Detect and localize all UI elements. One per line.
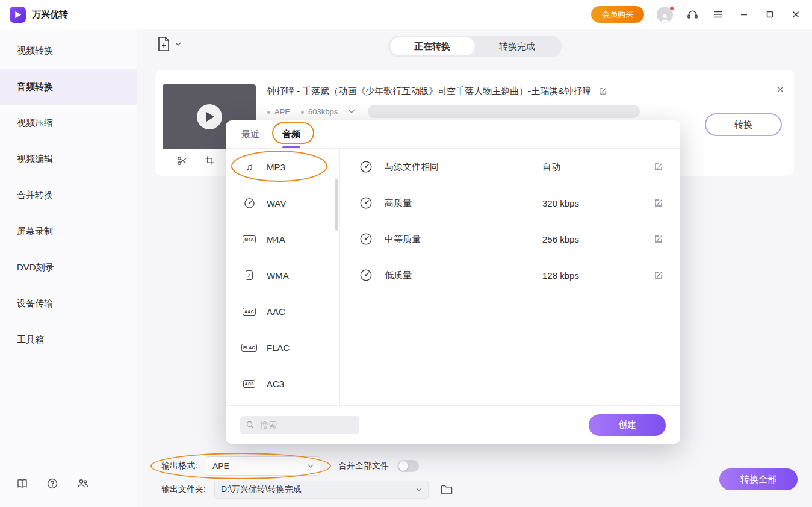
chevron-down-icon: [175, 42, 181, 46]
trim-scissors-icon[interactable]: [177, 155, 188, 166]
output-format-label: 输出格式:: [161, 461, 197, 471]
sidebar-item-audio-convert[interactable]: 音频转换: [0, 69, 137, 105]
format-item-mp3[interactable]: ♫ MP3: [226, 149, 339, 185]
format-chevron-icon[interactable]: [349, 110, 355, 113]
quality-settings-bar[interactable]: [368, 105, 640, 118]
tab-recent[interactable]: 最近: [241, 120, 259, 148]
ac3-icon: AC3: [241, 377, 257, 390]
output-format-row: 输出格式: APE 合并全部文件: [161, 456, 419, 476]
create-preset-button[interactable]: 创建: [589, 414, 666, 436]
sidebar-item-video-convert[interactable]: 视频转换: [0, 33, 137, 69]
help-icon[interactable]: [46, 477, 59, 490]
wav-icon: [241, 196, 257, 210]
format-dialog-footer: 创建: [226, 405, 680, 444]
main-header: 正在转换 转换完成: [137, 29, 812, 64]
chevron-down-icon: [416, 488, 422, 491]
task-tools: [177, 155, 215, 166]
preset-value: 320 kbps: [542, 198, 654, 208]
minimize-icon[interactable]: [737, 8, 751, 21]
preset-value: 256 kbps: [542, 234, 654, 244]
format-item-flac[interactable]: FLAC FLAC: [226, 329, 339, 365]
support-headset-icon[interactable]: [686, 8, 699, 21]
format-label: MP3: [267, 162, 285, 172]
user-group-icon[interactable]: [76, 477, 89, 490]
output-folder-select[interactable]: D:\万兴优转\转换完成: [214, 481, 429, 499]
add-file-icon: [157, 36, 171, 52]
crop-icon[interactable]: [205, 155, 215, 166]
account-avatar[interactable]: [657, 7, 673, 23]
open-folder-icon[interactable]: [441, 484, 453, 495]
sidebar-item-toolbox[interactable]: 工具箱: [0, 322, 137, 358]
output-format-select[interactable]: APE: [206, 456, 320, 476]
tab-finished[interactable]: 转换完成: [475, 37, 560, 55]
play-icon: [206, 112, 214, 122]
output-folder-row: 输出文件夹: D:\万兴优转\转换完成: [161, 481, 453, 499]
format-label: AAC: [267, 306, 285, 317]
edit-preset-icon[interactable]: [654, 198, 663, 208]
search-icon: [246, 420, 254, 429]
add-file-button[interactable]: [157, 36, 181, 52]
sidebar-item-video-edit[interactable]: 视频编辑: [0, 141, 137, 177]
app-window: 万兴优转 会员购买 视频转换 音频转换: [0, 0, 812, 507]
preset-list: 与源文件相同 自动 高质量 320 kbps: [340, 149, 680, 405]
preset-label: 低质量: [385, 270, 542, 281]
preset-low-quality[interactable]: 低质量 128 kbps: [340, 257, 680, 293]
titlebar-actions: 会员购买: [591, 6, 802, 23]
edit-preset-icon[interactable]: [654, 270, 663, 280]
format-item-aac[interactable]: AAC AAC: [226, 293, 339, 329]
format-label: WMA: [267, 270, 289, 281]
quality-gauge-icon: [359, 269, 375, 282]
preset-label: 中等质量: [385, 234, 542, 245]
app-title: 万兴优转: [32, 9, 68, 20]
preset-same-as-source[interactable]: 与源文件相同 自动: [340, 149, 680, 185]
m4a-icon: M4A: [241, 232, 257, 246]
merge-files-label: 合并全部文件: [338, 461, 389, 471]
membership-buy-button[interactable]: 会员购买: [591, 6, 644, 23]
format-item-m4a[interactable]: M4A M4A: [226, 221, 339, 257]
edit-preset-icon[interactable]: [654, 234, 663, 244]
sidebar-item-video-compress[interactable]: 视频压缩: [0, 105, 137, 141]
guide-book-icon[interactable]: [16, 477, 29, 490]
edit-preset-icon[interactable]: [654, 162, 663, 172]
remove-task-icon[interactable]: [776, 86, 784, 93]
tab-audio[interactable]: 音频: [282, 120, 300, 148]
merge-toggle[interactable]: [397, 460, 419, 472]
tab-converting[interactable]: 正在转换: [390, 37, 475, 55]
sidebar-item-device-transfer[interactable]: 设备传输: [0, 285, 137, 322]
menu-icon[interactable]: [711, 8, 725, 21]
edit-title-icon[interactable]: [598, 87, 607, 96]
sidebar-footer: [16, 477, 89, 490]
preset-label: 与源文件相同: [385, 161, 542, 173]
preset-medium-quality[interactable]: 中等质量 256 kbps: [340, 221, 680, 257]
format-item-wav[interactable]: WAV: [226, 185, 339, 221]
maximize-icon[interactable]: [763, 8, 776, 21]
mp3-icon: ♫: [241, 160, 257, 173]
format-label: AC3: [267, 379, 284, 389]
close-icon[interactable]: [789, 8, 802, 21]
convert-button[interactable]: 转换: [705, 113, 782, 136]
format-search-input[interactable]: [259, 420, 353, 431]
preset-value: 自动: [542, 161, 654, 173]
task-bitrate: 603kbps: [301, 107, 338, 116]
format-label: FLAC: [267, 343, 290, 353]
format-item-ac3[interactable]: AC3 AC3: [226, 365, 339, 402]
sidebar-item-dvd-burn[interactable]: DVD刻录: [0, 249, 137, 285]
format-list-scrollbar[interactable]: [335, 179, 338, 231]
output-folder-label: 输出文件夹:: [161, 484, 206, 495]
flac-icon: FLAC: [241, 341, 257, 354]
play-button[interactable]: [197, 104, 222, 129]
chevron-down-icon: [308, 464, 314, 468]
format-item-wma[interactable]: ♪ WMA: [226, 257, 339, 293]
preset-high-quality[interactable]: 高质量 320 kbps: [340, 185, 680, 221]
sidebar-item-merge-convert[interactable]: 合并转换: [0, 177, 137, 213]
toggle-knob: [398, 461, 408, 471]
format-search-box[interactable]: [240, 416, 359, 434]
sidebar-item-screen-record[interactable]: 屏幕录制: [0, 213, 137, 249]
quality-gauge-icon: [359, 232, 375, 246]
format-label: WAV: [267, 198, 287, 208]
convert-all-button[interactable]: 转换全部: [719, 468, 798, 490]
task-meta: APE 603kbps: [267, 105, 640, 118]
format-dialog-body: ♫ MP3 WAV M4A M4A ♪ WMA: [226, 149, 680, 405]
convert-status-tabs: 正在转换 转换完成: [388, 36, 562, 57]
output-folder-value: D:\万兴优转\转换完成: [221, 484, 302, 495]
